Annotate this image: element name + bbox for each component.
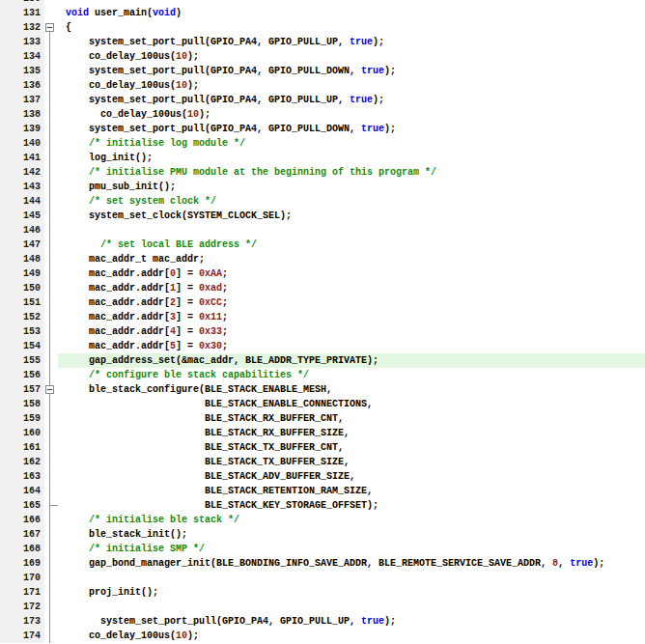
code-line-text[interactable]: /* initialise ble stack */ xyxy=(58,513,645,527)
code-line-text[interactable]: mac_addr.addr[1] = 0xad; xyxy=(58,281,645,295)
code-line-text[interactable]: mac_addr.addr[0] = 0xAA; xyxy=(58,266,645,281)
line-number: 167 xyxy=(0,527,44,542)
code-line-text[interactable]: system_set_port_pull(GPIO_PA4, GPIO_PULL… xyxy=(58,35,645,49)
code-line: 137 system_set_port_pull(GPIO_PA4, GPIO_… xyxy=(0,93,645,107)
fold-collapse-icon[interactable] xyxy=(45,23,54,32)
keyword-token: true xyxy=(570,558,593,569)
code-line-text[interactable]: /* configure ble stack capabilities */ xyxy=(58,368,645,382)
code-token: ); xyxy=(187,80,199,91)
code-line-text[interactable]: BLE_STACK_ADV_BUFFER_SIZE, xyxy=(58,469,645,484)
code-line-text[interactable]: system_set_clock(SYSTEM_CLOCK_SEL); xyxy=(58,209,645,223)
code-line: 145 system_set_clock(SYSTEM_CLOCK_SEL); xyxy=(0,209,645,223)
line-number: 170 xyxy=(0,571,44,585)
fold-margin xyxy=(44,20,58,35)
code-line-text[interactable]: log_init(); xyxy=(58,151,645,165)
number-token: 0xad xyxy=(199,283,222,294)
line-number: 157 xyxy=(0,382,44,397)
fold-margin xyxy=(44,64,58,78)
code-token: BLE_STACK_TX_BUFFER_SIZE, xyxy=(66,457,350,467)
code-token: ] = xyxy=(176,283,199,294)
number-token: 10 xyxy=(187,109,199,120)
code-line-text[interactable]: pmu_sub_init(); xyxy=(58,180,645,194)
code-line-text[interactable]: BLE_STACK_RX_BUFFER_CNT, xyxy=(58,411,645,426)
code-line-text[interactable]: gap_bond_manager_init(BLE_BONDING_INFO_S… xyxy=(58,556,645,571)
code-token: ] = xyxy=(176,326,199,337)
code-token: ; xyxy=(222,341,228,351)
code-line-text[interactable]: /* initialise PMU module at the beginnin… xyxy=(58,165,645,180)
code-line-text[interactable]: ble_stack_configure(BLE_STACK_ENABLE_MES… xyxy=(58,382,645,397)
code-line-text[interactable]: { xyxy=(58,20,645,35)
code-line-text[interactable]: ble_stack_init(); xyxy=(58,527,645,542)
fold-margin xyxy=(44,194,58,209)
code-token: ble_stack_init(); xyxy=(66,529,187,540)
code-line-text[interactable] xyxy=(58,223,645,238)
number-token: 10 xyxy=(176,80,187,91)
line-number: 149 xyxy=(0,266,44,281)
code-line-text[interactable]: co_delay_100us(10); xyxy=(58,107,645,122)
code-line-text[interactable]: /* initialise log module */ xyxy=(58,136,645,151)
keyword-token: true xyxy=(361,66,384,76)
code-line: 153 mac_addr.addr[4] = 0x33; xyxy=(0,324,645,339)
code-line-text[interactable]: mac_addr.addr[5] = 0x30; xyxy=(58,339,645,353)
line-number: 142 xyxy=(0,165,44,180)
code-line-text[interactable]: gap_address_set(&mac_addr, BLE_ADDR_TYPE… xyxy=(58,353,645,368)
code-line: 141 log_init(); xyxy=(0,151,645,165)
code-token: mac_addr.addr[ xyxy=(66,326,170,337)
fold-margin xyxy=(44,35,58,49)
line-number: 156 xyxy=(0,368,44,382)
code-token: system_set_port_pull(GPIO_PA4, GPIO_PULL… xyxy=(66,616,361,627)
fold-margin xyxy=(44,368,58,382)
code-line-text[interactable]: BLE_STACK_ENABLE_CONNECTIONS, xyxy=(58,397,645,411)
code-line-text[interactable]: mac_addr_t mac_addr; xyxy=(58,252,645,266)
code-token: ); xyxy=(384,616,396,627)
line-number: 166 xyxy=(0,513,44,527)
code-token: ); xyxy=(187,51,199,62)
code-line-text[interactable]: co_delay_100us(10); xyxy=(58,78,645,93)
code-line-text[interactable]: BLE_STACK_TX_BUFFER_CNT, xyxy=(58,440,645,455)
code-line-text[interactable]: void user_main(void) xyxy=(58,6,645,20)
code-line-text[interactable]: mac_addr.addr[2] = 0xCC; xyxy=(58,295,645,310)
code-line: 142 /* initialise PMU module at the begi… xyxy=(0,165,645,180)
fold-margin xyxy=(44,107,58,122)
code-line: 151 mac_addr.addr[2] = 0xCC; xyxy=(0,295,645,310)
code-line-text[interactable]: system_set_port_pull(GPIO_PA4, GPIO_PULL… xyxy=(58,122,645,136)
code-line-text[interactable]: proj_init(); xyxy=(58,585,645,600)
code-line-text[interactable] xyxy=(58,600,645,614)
code-line-text[interactable]: system_set_port_pull(GPIO_PA4, GPIO_PULL… xyxy=(58,93,645,107)
code-line-text[interactable]: co_delay_100us(10); xyxy=(58,49,645,64)
code-token: mac_addr.addr[ xyxy=(66,283,170,294)
fold-margin xyxy=(44,180,58,194)
code-token xyxy=(66,515,89,525)
code-line-text[interactable]: mac_addr.addr[3] = 0x11; xyxy=(58,310,645,324)
code-token: ; xyxy=(222,326,228,337)
line-number: 132 xyxy=(0,20,44,35)
number-token: 0x11 xyxy=(199,312,222,322)
code-token: mac_addr.addr[ xyxy=(66,297,170,308)
line-number: 173 xyxy=(0,614,44,629)
code-token: { xyxy=(66,22,71,33)
line-number: 136 xyxy=(0,78,44,93)
fold-margin xyxy=(44,310,58,324)
fold-collapse-icon[interactable] xyxy=(45,385,54,394)
code-line-text[interactable]: /* initialise SMP */ xyxy=(58,542,645,556)
fold-margin xyxy=(44,455,58,469)
code-token: ] = xyxy=(176,268,199,279)
comment-token: /* initialise PMU module at the beginnin… xyxy=(89,167,436,178)
keyword-token: true xyxy=(350,37,373,47)
code-line-text[interactable]: mac_addr.addr[4] = 0x33; xyxy=(58,324,645,339)
code-line-text[interactable]: system_set_port_pull(GPIO_PA4, GPIO_PULL… xyxy=(58,614,645,629)
code-line-text[interactable]: /* set system clock */ xyxy=(58,194,645,209)
keyword-token: true xyxy=(361,124,384,134)
line-number: 133 xyxy=(0,35,44,49)
code-line-text[interactable]: BLE_STACK_RETENTION_RAM_SIZE, xyxy=(58,484,645,498)
code-line-text[interactable]: system_set_port_pull(GPIO_PA4, GPIO_PULL… xyxy=(58,64,645,78)
code-line-text[interactable]: /* set local BLE address */ xyxy=(58,238,645,252)
code-line-text[interactable] xyxy=(58,571,645,585)
code-token: ] = xyxy=(176,312,199,322)
code-line-text[interactable]: co_delay_100us(10); xyxy=(58,629,645,643)
fold-margin xyxy=(44,295,58,310)
code-line-text[interactable]: BLE_STACK_TX_BUFFER_SIZE, xyxy=(58,455,645,469)
code-line-text[interactable]: BLE_STACK_RX_BUFFER_SIZE, xyxy=(58,426,645,440)
code-token xyxy=(66,370,89,380)
code-line-text[interactable]: BLE_STACK_KEY_STORAGE_OFFSET); xyxy=(58,498,645,513)
